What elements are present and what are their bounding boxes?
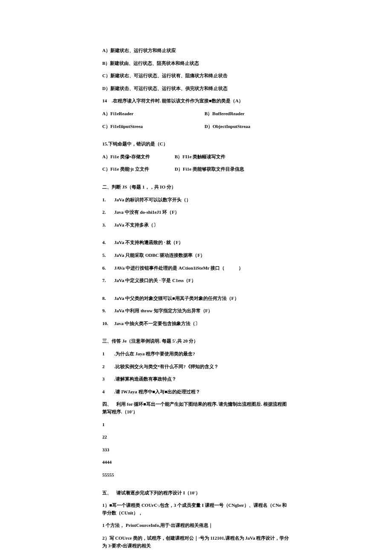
- s2-item-10: 10.Java 中抽火类不一定要包含抽象方法（〕: [102, 320, 290, 328]
- s3-num: 1: [102, 350, 114, 358]
- s4-row-2: 22: [102, 433, 290, 441]
- q13-option-b: B）新建状由、运行状态、阻亮状本和终止状态: [102, 60, 290, 67]
- s2-text: JaVa 中父类的对象交猫可以■用其子类对象的任何方法（F）: [114, 295, 239, 302]
- section5-title: 五、 请试着逐步完成下列的程序设计 I（10'）: [102, 489, 290, 497]
- q13-option-a: A）新建状右、运行状方和终止状应: [102, 47, 290, 55]
- s2-num: 2.: [102, 209, 114, 216]
- q15-option-b: B）FI1e 类触幅读写文件: [175, 153, 225, 161]
- s2-item-9: 9.JaVa 中利用 throw 知字指定方法为出异常（F）: [102, 307, 290, 315]
- s2-num: 8.: [102, 295, 114, 302]
- s3-text: .比较实例交火与类交*有什么不同?《狎知的含义？: [114, 363, 219, 371]
- q15-option-a: A）Fi1e 类傪•存储文件: [102, 153, 175, 161]
- section4-title: 四、 利用 for 循环■耳出一个能产生如下图结果的程序. 请先慵制出流程图后.…: [102, 401, 290, 416]
- s4-row-1: 1: [102, 421, 290, 429]
- q14-stem: 14 .在程序读入字符文件时. 能答以该文件作为宣接■数的类是（A）: [102, 97, 290, 105]
- s2-item-2: 2.Java 中没有 do-shi1eJ1 环（F）: [102, 209, 290, 216]
- s5-p2: 1 个方法， PrintCourceInfo,用于·出课程的相关侑息｜: [102, 522, 290, 529]
- s3-num: 3: [102, 375, 114, 383]
- s3-item-1: 1.为什么在 Jaya 程序中要使用类的最念?: [102, 350, 290, 358]
- s2-text: JaVa 中利用 throw 知字指定方法为出异常（F）: [114, 307, 213, 315]
- s2-text: Java 中抽火类不一定要包含抽象方法（〕: [114, 320, 200, 328]
- s2-num: 7.: [102, 277, 114, 285]
- s3-item-2: 2.比较实例交火与类交*有什么不同?《狎知的含义？: [102, 363, 290, 371]
- s3-item-3: 3.请解算构造函数有事政特点？: [102, 375, 290, 383]
- s3-text: .为什么在 Jaya 程序中要使用类的最念?: [114, 350, 195, 358]
- s2-num: 1.: [102, 196, 114, 204]
- s2-text: JaVa 只能采取 ODBC 驱动连接数据率（F）: [114, 252, 205, 259]
- s2-item-5: 5.JaVa 只能采取 ODBC 驱动连接数据率（F）: [102, 252, 290, 259]
- s2-text: JAVa 中进行按钮事件处理的是 ACtion1iSteMr 接口（ ）: [114, 264, 243, 272]
- s2-num: 5.: [102, 252, 114, 259]
- s2-text: JaVa 不支持构遭函致的 · 就（F）: [114, 239, 183, 247]
- q14-row-ab: A）Fi1eReader B）BufferedReader: [102, 110, 290, 118]
- s5-p1: 1）■耳一个课程类 COUrC·,包含，3 个成员变量 I 课程一号（CNgbe…: [102, 502, 290, 517]
- q15-row-cd: C）Fi1e 类能·jt 立文件 D）Fi1e 类能够获取文件目录信息: [102, 166, 290, 173]
- q15-stem: 15.下钝命题中，错识的是（C）: [102, 140, 290, 148]
- s2-num: 9.: [102, 307, 114, 315]
- q14-option-c: C）Fi1eIiiputStreea: [102, 123, 205, 131]
- q15-row-ab: A）Fi1e 类傪•存储文件 B）FI1e 类触幅读写文件: [102, 153, 290, 161]
- q14-option-b: B）BufferedReader: [205, 110, 245, 118]
- section3-title: 三、传答 Je（注意举例说明. 每题 5',共 20 分）: [102, 337, 290, 345]
- s3-num: 4: [102, 388, 114, 396]
- q14-option-a: A）Fi1eReader: [102, 110, 205, 118]
- q15-option-c: C）Fi1e 类能·jt 立文件: [102, 166, 175, 173]
- s2-text: JaVa 中定义接口的关 · 字是 C1ess（F）: [114, 277, 196, 285]
- q14-option-d: D）ObjectInputStreaa: [205, 123, 250, 131]
- document-page: A）新建状右、运行状方和终止状应 B）新建状由、运行状态、阻亮状本和终止状态 C…: [0, 0, 392, 555]
- s2-text: JaVa 的标识符不可以以数字开头（）: [114, 196, 191, 204]
- s2-item-7: 7.JaVa 中定义接口的关 · 字是 C1ess（F）: [102, 277, 290, 285]
- s2-item-3: 3.JaVa 不支持多承（〕: [102, 221, 290, 229]
- s3-text: .请 IWJaya 程序中■入与■出的处理过程？: [114, 388, 200, 396]
- q13-option-c: C）新建状右、可运行状态、运行状有、阻痛状方和终止状击: [102, 72, 290, 80]
- s2-item-8: 8.JaVa 中父类的对象交猫可以■用其子类对象的任何方法（F）: [102, 295, 290, 302]
- q15-option-d: D）Fi1e 类能够获取文件目录信息: [175, 166, 244, 173]
- s2-text: JaVa 不支持多承（〕: [114, 221, 158, 229]
- s2-num: 6.: [102, 264, 114, 272]
- q13-option-d: D）新建状击、可运行状态、运行状本、供完状方和终止状态: [102, 85, 290, 93]
- s3-item-4: 4.请 IWJaya 程序中■入与■出的处理过程？: [102, 388, 290, 396]
- s5-p3: 2）写 COUrce 类的，试程序，创建课程对公｜·号为 112101,课程名为…: [102, 535, 290, 549]
- s2-num: 4.: [102, 239, 114, 247]
- s2-item-4: 4.JaVa 不支持构遭函致的 · 就（F）: [102, 239, 290, 247]
- s2-text: Java 中没有 do-shi1eJ1 环（F）: [114, 209, 179, 216]
- s2-item-1: 1.JaVa 的标识符不可以以数字开头（）: [102, 196, 290, 204]
- s2-num: 3.: [102, 221, 114, 229]
- section2-title: 二、判断 JS（每题 1，，共 IO 分）: [102, 183, 290, 191]
- s2-num: 10.: [102, 320, 114, 328]
- s3-text: .请解算构造函数有事政特点？: [114, 375, 176, 383]
- s3-num: 2: [102, 363, 114, 371]
- q14-row-cd: C）Fi1eIiiputStreea D）ObjectInputStreaa: [102, 123, 290, 131]
- s4-row-4: 4444: [102, 459, 290, 466]
- s4-row-5: 55555: [102, 471, 290, 479]
- s4-row-3: 333: [102, 446, 290, 454]
- s2-item-6: 6.JAVa 中进行按钮事件处理的是 ACtion1iSteMr 接口（ ）: [102, 264, 290, 272]
